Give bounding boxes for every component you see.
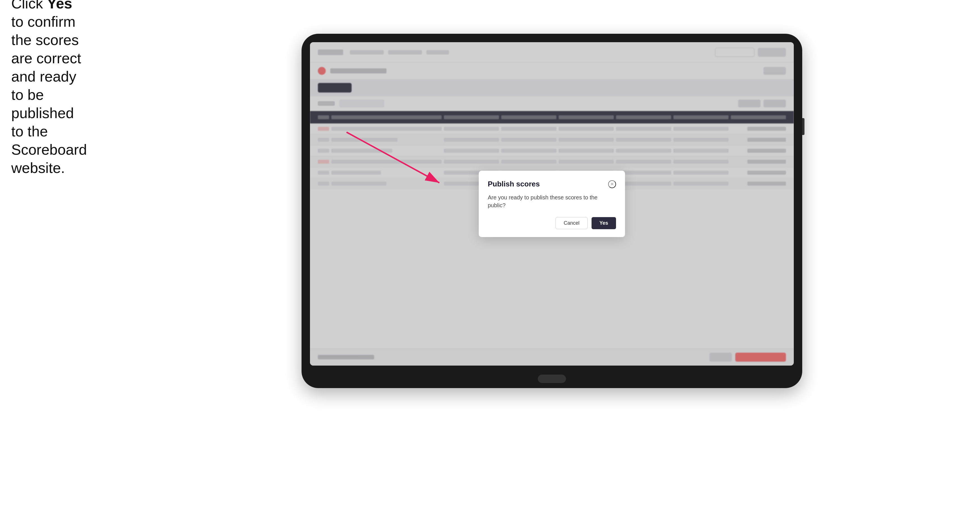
yes-button[interactable]: Yes (592, 217, 616, 229)
tablet-section: Publish scores × Are you ready to publis… (107, 34, 980, 388)
modal-header: Publish scores × (488, 180, 616, 189)
cancel-button[interactable]: Cancel (555, 217, 588, 229)
publish-scores-modal: Publish scores × Are you ready to publis… (479, 171, 625, 237)
tablet-device: Publish scores × Are you ready to publis… (302, 34, 802, 388)
annotation-text: Click Yes to confirm the scores are corr… (11, 0, 90, 177)
modal-footer: Cancel Yes (488, 217, 616, 229)
modal-title: Publish scores (488, 180, 540, 189)
tablet-side-button (802, 118, 805, 135)
tablet-screen: Publish scores × Are you ready to publis… (310, 42, 794, 365)
modal-close-button[interactable]: × (608, 180, 616, 188)
tablet-device-wrapper: Publish scores × Are you ready to publis… (302, 34, 802, 388)
modal-body-text: Are you ready to publish these scores to… (488, 194, 616, 209)
annotation-bold: Yes (47, 0, 72, 11)
modal-overlay: Publish scores × Are you ready to publis… (310, 42, 794, 365)
tablet-home-button (538, 375, 566, 383)
